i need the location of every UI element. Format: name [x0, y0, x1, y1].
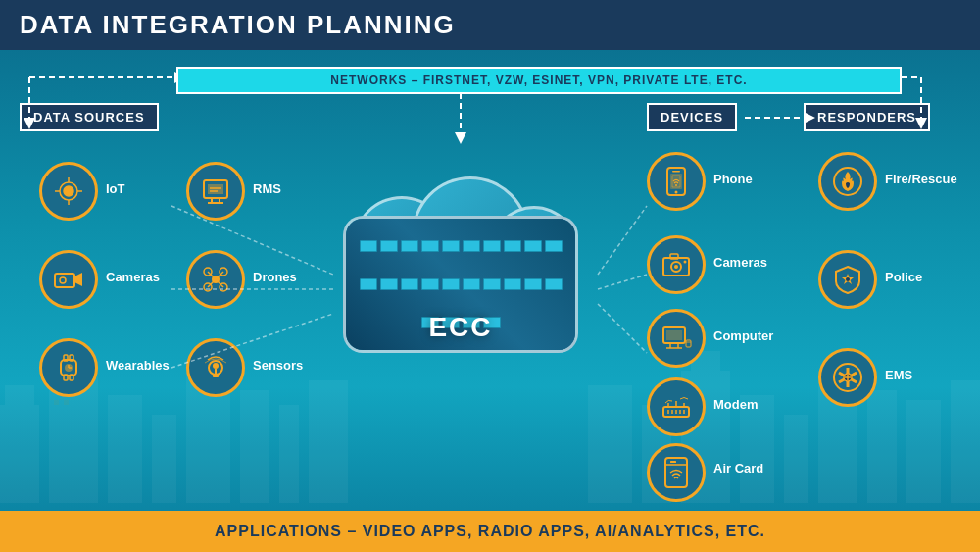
responders-label: RESPONDERS	[804, 103, 930, 131]
svg-rect-57	[55, 274, 74, 287]
ems-label: EMS	[885, 368, 912, 382]
drones-label: Drones	[253, 270, 297, 284]
ecc-cloud: ECC	[323, 127, 598, 382]
svg-rect-0	[0, 405, 39, 503]
svg-point-76	[213, 363, 219, 369]
fire-icon-circle	[818, 152, 877, 211]
computer-label: Computer	[713, 328, 773, 343]
rms-label: RMS	[253, 181, 281, 196]
svg-rect-4	[108, 395, 142, 503]
svg-rect-16	[784, 415, 808, 503]
svg-rect-18	[867, 390, 897, 503]
svg-rect-78	[213, 374, 219, 377]
cameras-label: Cameras	[106, 270, 160, 284]
ecc-label: ECC	[428, 312, 492, 343]
wearables-icon-circle	[39, 338, 98, 397]
modem-label: Modem	[713, 397, 759, 412]
iot-label: IoT	[106, 181, 125, 196]
svg-rect-10	[309, 380, 348, 503]
svg-point-59	[60, 277, 66, 283]
svg-point-86	[674, 265, 678, 269]
networks-label: NETWORKS – FIRSTNET, VZW, ESINET, VPN, P…	[330, 74, 747, 87]
sensors-label: Sensors	[253, 358, 303, 373]
networks-bar: NETWORKS – FIRSTNET, VZW, ESINET, VPN, P…	[176, 67, 902, 94]
iot-icon-circle	[39, 162, 98, 221]
page-header: DATA INTEGRATION PLANNING	[0, 0, 980, 50]
modem-icon-circle	[647, 377, 706, 436]
data-sources-label: DATA SOURCES	[20, 103, 159, 131]
svg-rect-80	[672, 171, 680, 173]
svg-rect-87	[670, 254, 678, 259]
svg-rect-19	[906, 400, 941, 503]
svg-point-110	[846, 277, 850, 281]
applications-label: APPLICATIONS – VIDEO APPS, RADIO APPS, A…	[215, 523, 765, 539]
applications-bar: APPLICATIONS – VIDEO APPS, RADIO APPS, A…	[0, 511, 980, 552]
drones-icon-circle	[186, 250, 245, 309]
cameras2-label: Cameras	[713, 255, 767, 270]
computer-icon-circle	[647, 309, 706, 368]
svg-rect-5	[152, 415, 176, 503]
svg-rect-8	[240, 390, 270, 503]
sensors-icon-circle	[186, 338, 245, 397]
svg-point-88	[684, 261, 687, 264]
svg-point-81	[675, 191, 678, 194]
svg-rect-107	[670, 461, 676, 463]
rms-icon-circle	[186, 162, 245, 221]
aircard-icon-circle	[647, 443, 706, 502]
cameras2-icon-circle	[647, 235, 706, 294]
svg-rect-24	[64, 400, 69, 405]
svg-rect-1	[5, 385, 34, 405]
police-label: Police	[885, 270, 922, 284]
aircard-label: Air Card	[713, 461, 763, 476]
devices-label: DEVICES	[647, 103, 737, 131]
svg-rect-23	[54, 400, 59, 405]
wearables-label: Wearables	[106, 358, 170, 373]
svg-rect-20	[951, 380, 980, 503]
police-icon-circle	[818, 250, 877, 309]
svg-rect-11	[588, 385, 632, 503]
phone-icon-circle	[647, 152, 706, 211]
svg-line-40	[598, 206, 647, 275]
fire-label: Fire/Rescue	[885, 172, 957, 186]
page-title: DATA INTEGRATION PLANNING	[20, 10, 456, 39]
svg-rect-9	[279, 405, 299, 503]
svg-point-83	[675, 184, 677, 186]
cameras-icon-circle	[39, 250, 98, 309]
svg-rect-90	[666, 330, 682, 340]
svg-line-41	[598, 275, 647, 289]
svg-rect-51	[208, 184, 223, 194]
ems-icon-circle	[818, 348, 877, 407]
svg-marker-58	[74, 273, 82, 286]
phone-label: Phone	[713, 172, 753, 186]
svg-point-66	[212, 276, 220, 283]
svg-rect-94	[686, 340, 691, 347]
